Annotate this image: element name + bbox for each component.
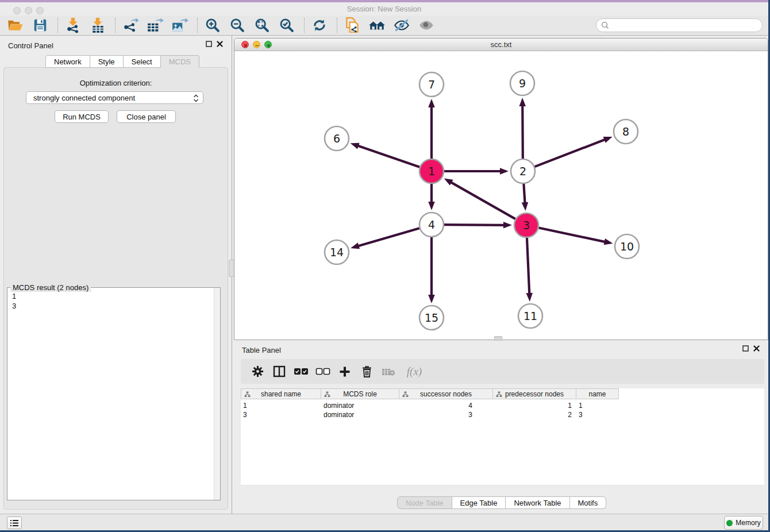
save-session-button[interactable] [30,17,50,34]
graph-node-7[interactable]: 7 [419,72,444,97]
search-field[interactable] [596,18,763,32]
graph-edge-1-7[interactable] [428,99,435,159]
table-cell-mcds-role[interactable]: dominator [321,401,399,410]
result-scrollbar[interactable] [214,288,220,500]
zoom-out-button[interactable] [228,17,247,34]
memory-button[interactable]: Memory [724,516,763,530]
graph-edge-2-8[interactable] [535,137,613,167]
tab-network-table[interactable]: Network Table [506,496,569,509]
table-cell-shared-name[interactable]: 1 [241,401,321,410]
select-all-button[interactable] [292,363,310,380]
hide-selected-button[interactable] [392,17,411,34]
delete-table-icon [382,367,395,376]
open-session-button[interactable] [6,17,25,34]
graph-edge-3-11[interactable] [526,238,532,302]
close-panel-icon[interactable] [217,41,223,47]
table-row[interactable]: 1dominator411 [241,401,764,410]
zoom-fit-button[interactable] [252,17,272,34]
tab-edge-table[interactable]: Edge Table [452,496,506,509]
graph-edge-1-6[interactable] [351,143,420,167]
graph-node-15[interactable]: 15 [419,306,444,330]
task-history-button[interactable] [7,516,22,529]
table-cell-predecessor-nodes[interactable]: 1 [493,401,576,410]
import-network-button[interactable] [63,17,83,34]
export-table-button[interactable] [145,17,165,34]
graph-node-14[interactable]: 14 [325,240,349,264]
import-table-icon [90,17,106,33]
table-cell-successor-nodes[interactable]: 3 [399,410,493,419]
column-header-shared-name[interactable]: shared name [241,388,321,399]
table-cell-successor-nodes[interactable]: 4 [399,401,493,410]
export-image-button[interactable] [170,17,190,34]
clone-network-button[interactable] [342,17,362,34]
run-mcds-button[interactable]: Run MCDS [55,110,109,123]
network-view-titlebar[interactable]: scc.txt [234,38,768,51]
node-table[interactable]: shared nameMCDS rolesuccessor nodesprede… [241,388,764,485]
graph-node-10[interactable]: 10 [615,234,639,259]
graph-edge-2-3[interactable] [522,184,528,211]
graph-node-11[interactable]: 11 [518,304,542,328]
split-view-button[interactable] [271,363,288,380]
graph-node-8[interactable]: 8 [614,119,638,144]
column-header-name[interactable]: name [576,388,619,399]
show-all-button[interactable] [417,17,436,34]
tab-style[interactable]: Style [90,55,124,68]
graph-node-9[interactable]: 9 [510,71,534,95]
zoom-selected-icon [279,17,295,33]
table-cell-name[interactable]: 3 [576,410,619,419]
tab-mcds[interactable]: MCDS [161,55,199,68]
graph-edge-4-3[interactable] [444,222,512,228]
graph-edge-2-9[interactable] [519,98,526,159]
graph-edge-3-10[interactable] [539,228,613,245]
table-cell-predecessor-nodes[interactable]: 2 [493,410,576,419]
float-panel-icon[interactable] [206,41,212,47]
criterion-value: strongly connected component [33,94,135,102]
status-bar: Memory [0,514,768,530]
float-panel-icon[interactable] [742,345,749,352]
zoom-in-button[interactable] [203,17,222,34]
search-input[interactable] [612,21,762,30]
graph-node-3[interactable]: 3 [514,213,538,237]
tab-network[interactable]: Network [45,55,90,68]
table-settings-button[interactable] [249,363,266,380]
deselect-all-button[interactable] [314,363,332,380]
tab-node-table[interactable]: Node Table [397,496,452,509]
update-view-button[interactable] [310,17,329,34]
graph-node-2[interactable]: 2 [511,159,535,183]
table-cell-shared-name[interactable]: 3 [241,410,321,419]
graph-edge-1-4[interactable] [428,184,435,210]
column-header-predecessor-nodes[interactable]: predecessor nodes [493,388,576,399]
attribute-tree-icon [244,391,251,398]
tab-motifs[interactable]: Motifs [570,496,607,509]
close-panel-button[interactable]: Close panel [117,110,176,123]
horizontal-splitter-handle[interactable] [494,336,502,341]
memory-status-dot [726,520,733,526]
svg-text:4: 4 [428,218,435,231]
graph-node-1[interactable]: 1 [419,159,444,183]
network-canvas[interactable]: 7968124314101511 [234,51,768,340]
column-header-mcds-role[interactable]: MCDS role [321,388,399,399]
graph-node-4[interactable]: 4 [419,213,444,237]
graph-edge-4-14[interactable] [351,228,419,249]
first-neighbors-button[interactable] [367,17,387,34]
mcds-result-title: MCDS result (2 nodes) [10,283,91,292]
zoom-selected-button[interactable] [277,17,297,34]
close-panel-icon[interactable] [753,345,760,352]
graph-node-6[interactable]: 6 [325,126,349,151]
criterion-dropdown[interactable]: strongly connected component [26,91,203,104]
column-header-successor-nodes[interactable]: successor nodes [399,388,493,399]
svg-text:10: 10 [620,240,634,253]
table-row[interactable]: 3dominator323 [241,410,764,419]
table-cell-mcds-role[interactable]: dominator [321,410,399,419]
import-table-button[interactable] [88,17,107,34]
create-column-button[interactable] [336,363,353,380]
delete-column-button[interactable] [358,363,375,380]
graph-edge-1-2[interactable] [444,168,509,175]
tab-select[interactable]: Select [124,55,161,68]
export-network-button[interactable] [121,17,140,34]
graph-edge-4-15[interactable] [428,237,435,303]
table-cell-name[interactable]: 1 [576,401,619,410]
column-label: successor nodes [420,390,472,398]
optimization-criterion-label: Optimization criterion: [3,79,228,87]
graph-edge-3-1[interactable] [444,178,515,219]
